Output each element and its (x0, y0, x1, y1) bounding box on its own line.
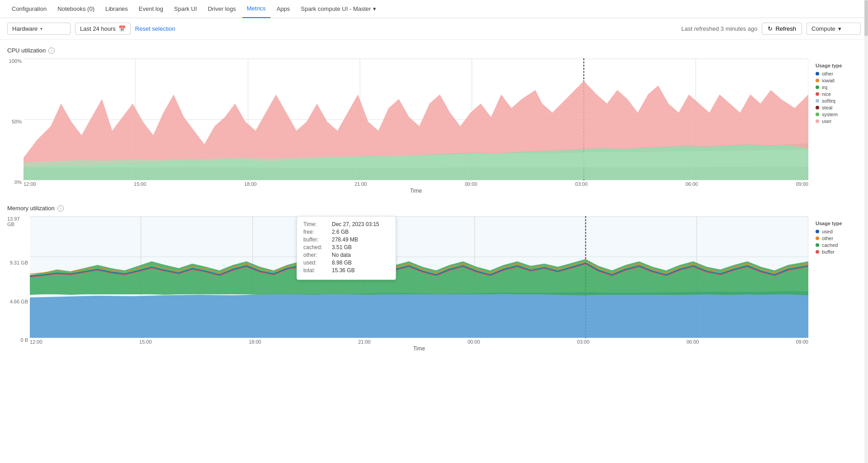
svg-marker-27 (30, 291, 808, 338)
nav-metrics[interactable]: Metrics (242, 0, 270, 18)
toolbar: Hardware ▾ Last 24 hours 📅 Reset selecti… (0, 18, 868, 40)
cpu-chart-container: 100% 50% 0% (7, 58, 808, 194)
chevron-down-icon: ▾ (838, 25, 841, 32)
cpu-chart-svg (24, 58, 808, 180)
memory-legend: Usage type used other cached buffer (816, 216, 861, 352)
cpu-legend-user-dot (816, 119, 819, 123)
cpu-legend: Usage type other iowait irq nice (816, 58, 861, 194)
mem-x-label-1200: 12:00 (30, 339, 42, 345)
nav-driverlogs[interactable]: Driver logs (203, 0, 241, 18)
mem-y-label-bottom: 0 B (20, 337, 28, 343)
cpu-y-label-0: 0% (14, 180, 22, 185)
cpu-info-icon[interactable]: i (48, 47, 55, 54)
memory-chart-section: Memory utilization i 13.97 GB 9.31 GB 4.… (7, 205, 861, 352)
cpu-y-label-100: 100% (9, 58, 22, 64)
cpu-legend-softirq-dot (816, 99, 819, 103)
cpu-y-label-50: 50% (12, 119, 22, 124)
memory-chart-container: 13.97 GB 9.31 GB 4.66 GB 0 B (7, 216, 808, 352)
date-range-select[interactable]: Last 24 hours 📅 (75, 23, 131, 35)
cpu-x-label-0600: 06:00 (685, 181, 698, 187)
reset-selection-button[interactable]: Reset selection (135, 25, 175, 32)
cpu-legend-nice: nice (816, 91, 861, 97)
refresh-info-text: Last refreshed 3 minutes ago (681, 25, 757, 32)
mem-x-label-0900: 09:00 (796, 339, 808, 345)
cpu-legend-system-dot (816, 113, 819, 116)
mem-x-label-1500: 15:00 (139, 339, 152, 345)
memory-chart-title: Memory utilization (7, 205, 55, 212)
main-content: CPU utilization i 100% 50% 0% (0, 40, 868, 461)
mem-legend-cached: cached (816, 242, 861, 248)
cpu-chart-section: CPU utilization i 100% 50% 0% (7, 47, 861, 194)
mem-x-label-0000: 00:00 (467, 339, 480, 345)
cpu-legend-iowait: iowait (816, 78, 861, 83)
top-navigation: Configuration Notebooks (0) Libraries Ev… (0, 0, 868, 18)
refresh-icon: ↻ (768, 25, 773, 32)
calendar-icon: 📅 (118, 25, 126, 32)
cpu-x-label-0900: 09:00 (796, 181, 808, 187)
cpu-x-label-0300: 03:00 (575, 181, 588, 187)
refresh-button[interactable]: ↻ Refresh (762, 23, 802, 35)
mem-legend-other-dot (816, 236, 819, 240)
memory-chart-svg (30, 216, 808, 338)
cpu-legend-other: other (816, 71, 861, 76)
mem-y-label-3: 4.66 GB (10, 299, 28, 304)
cpu-x-label-1200: 12:00 (24, 181, 36, 187)
memory-legend-title: Usage type (816, 221, 861, 226)
cpu-x-label-1800: 18:00 (244, 181, 257, 187)
mem-x-label-0600: 06:00 (686, 339, 699, 345)
mem-y-label-top: 13.97 GB (7, 216, 28, 227)
cpu-legend-iowait-dot (816, 79, 819, 82)
scrollbar-thumb[interactable] (864, 0, 868, 36)
mem-y-label-2: 9.31 GB (10, 260, 28, 265)
nav-sparkui[interactable]: Spark UI (170, 0, 202, 18)
cpu-legend-user: user (816, 118, 861, 124)
mem-x-label-1800: 18:00 (249, 339, 261, 345)
mem-legend-cached-dot (816, 243, 819, 247)
mem-legend-used-dot (816, 230, 819, 233)
cpu-legend-steal-dot (816, 106, 819, 109)
memory-x-title: Time (30, 345, 808, 352)
nav-apps[interactable]: Apps (272, 0, 295, 18)
cpu-legend-title: Usage type (816, 63, 861, 68)
mem-x-label-2100: 21:00 (358, 339, 371, 345)
cpu-chart-title: CPU utilization (7, 47, 46, 54)
mem-x-label-0300: 03:00 (577, 339, 590, 345)
compute-select[interactable]: Compute ▾ (807, 23, 861, 35)
nav-sparkcomputeui[interactable]: Spark compute UI - Master ▾ (296, 0, 380, 18)
cpu-x-label-0000: 00:00 (465, 181, 477, 187)
chevron-down-icon: ▾ (373, 5, 376, 12)
nav-notebooks[interactable]: Notebooks (0) (53, 0, 99, 18)
scrollbar-track[interactable] (864, 0, 868, 461)
mem-legend-buffer-dot (816, 250, 819, 254)
nav-eventlog[interactable]: Event log (134, 0, 168, 18)
cpu-legend-irq-dot (816, 85, 819, 89)
cpu-legend-system: system (816, 112, 861, 117)
cpu-legend-nice-dot (816, 92, 819, 96)
cpu-legend-other-dot (816, 72, 819, 76)
nav-libraries[interactable]: Libraries (101, 0, 132, 18)
chevron-down-icon: ▾ (40, 26, 42, 31)
mem-legend-used: used (816, 229, 861, 234)
mem-legend-other: other (816, 236, 861, 241)
mem-legend-buffer: buffer (816, 249, 861, 255)
cpu-x-title: Time (24, 188, 808, 194)
cpu-legend-steal: steal (816, 105, 861, 110)
memory-info-icon[interactable]: i (57, 205, 64, 212)
cpu-legend-softirq: softirq (816, 98, 861, 104)
hardware-select[interactable]: Hardware ▾ (7, 23, 71, 35)
nav-configuration[interactable]: Configuration (7, 0, 51, 18)
cpu-x-label-1500: 15:00 (134, 181, 146, 187)
cpu-legend-irq: irq (816, 85, 861, 90)
cpu-x-label-2100: 21:00 (354, 181, 367, 187)
